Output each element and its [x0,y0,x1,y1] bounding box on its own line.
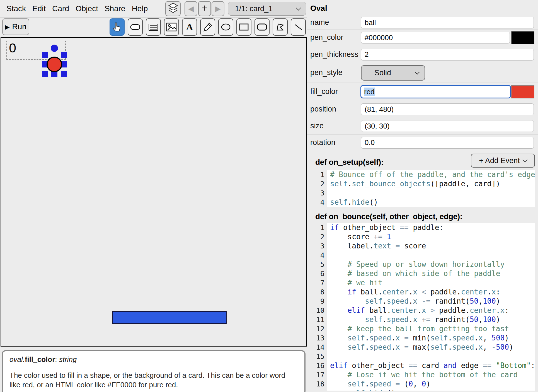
line-icon [294,23,303,31]
property-input-pen_color[interactable]: #000000 [361,32,510,43]
card-canvas[interactable] [1,37,307,347]
property-input-fill_color[interactable]: red [360,85,511,98]
tool-line-button[interactable] [291,18,306,36]
cardstock-designer-window: StackEditCardObjectShareHelp ◀ + ▶ 1/1: … [0,0,538,392]
menubar-divider [0,17,307,18]
property-select-pen_style[interactable]: Solid [361,65,425,81]
tool-image-button[interactable] [164,18,179,36]
tool-field-button[interactable] [146,18,161,36]
code-line: 4 [314,251,535,260]
menu-item-card[interactable]: Card [52,4,69,13]
code-line: 8 if ball.center.x < paddle.center.x: [314,287,535,297]
property-input-size[interactable]: (30, 30) [361,120,534,132]
color-swatch-fill_color[interactable] [511,85,534,98]
menu-item-stack[interactable]: Stack [6,4,26,13]
tool-roundrect-button[interactable] [255,18,270,36]
inspector-object-type: Oval [310,4,327,13]
line-text: self.speed.x += randint(50,100) [327,315,535,324]
code-line: 3 [314,188,535,198]
code-line: 11 self.speed.x += randint(50,100) [314,315,535,324]
row-separator [307,29,538,30]
help-property-name: fill_color [25,355,55,364]
menu-item-object[interactable]: Object [76,4,98,13]
button-icon [130,23,140,31]
row-separator [307,83,538,83]
rotation-handle[interactable] [51,45,58,52]
line-number: 12 [314,325,327,333]
ball-oval[interactable] [47,57,62,72]
tool-rect-button[interactable] [236,18,251,36]
chevron-down-icon [296,5,301,10]
property-input-position[interactable]: (81, 480) [361,103,534,115]
add-event-button[interactable]: + Add Event [471,154,535,168]
tool-hand-button[interactable] [110,18,125,36]
resize-handle[interactable] [42,52,48,58]
add-card-button[interactable]: + [198,1,211,16]
menu-item-edit[interactable]: Edit [32,4,46,13]
property-signature: oval.fill_color: string [9,355,298,364]
card-selector-dropdown[interactable]: 1/1: card_1 [228,2,306,16]
line-text: self.speed.x = max(self.speed.x, -500) [327,343,535,352]
color-swatch-pen_color[interactable] [511,31,534,44]
code-line: 12 # keep the ball from getting too fast [314,324,535,333]
help-separator: : [55,355,59,364]
score-label: 0 [9,40,16,55]
row-separator [307,118,538,118]
event-header: def on_bounce(self, other_object, edge): [315,212,462,221]
code-line: 15 [314,352,535,361]
line-number: 2 [314,180,327,188]
help-object-prefix: oval. [9,355,25,364]
line-text: elif other_object == card and edge == "B… [327,361,535,370]
tool-button-button[interactable] [128,18,143,36]
select-value: Solid [374,69,415,77]
run-button[interactable]: ▶ Run [2,18,29,35]
line-number: 11 [314,316,327,324]
line-number: 8 [314,288,327,296]
tool-polygon-button[interactable] [273,18,288,36]
line-text: label.text = score [327,241,535,251]
code-editor[interactable]: 1if other_object == paddle:2 score += 13… [314,223,535,391]
resize-handle[interactable] [42,71,48,77]
line-text: self.speed.x -= randint(50,100) [327,297,535,306]
code-line: 7 # we hit [314,278,535,287]
property-input-rotation[interactable]: 0.0 [361,137,534,149]
menu-item-help[interactable]: Help [132,4,148,13]
prev-card-button[interactable]: ◀ [185,1,197,16]
next-card-button[interactable]: ▶ [212,1,224,16]
tool-pencil-button[interactable] [200,18,215,36]
row-separator [307,16,538,16]
line-number: 17 [314,371,327,379]
paddle-rect[interactable] [112,311,227,324]
line-text [327,251,535,260]
line-number: 1 [314,224,327,232]
left-arrow-icon: ◀ [188,5,194,12]
add-event-label: + Add Event [479,156,520,165]
code-editor[interactable]: 1# Bounce off of the paddle, and the car… [314,170,535,209]
row-separator [307,63,538,63]
rect-icon [239,23,249,31]
row-separator [307,46,538,46]
pencil-icon [203,22,212,32]
property-label-rotation: rotation [310,138,335,147]
line-number: 19 [314,389,327,391]
line-text: self.hide() [327,389,535,391]
resize-handle[interactable] [61,52,67,58]
property-input-pen_thickness[interactable]: 2 [361,49,534,61]
line-text: self.speed.x = min(self.speed.x, 500) [327,333,535,343]
code-line: 16elif other_object == card and edge == … [314,361,535,370]
help-type: string [59,355,77,364]
line-number: 16 [314,362,327,370]
property-label-pen_style: pen_style [310,68,343,77]
menu-item-share[interactable]: Share [105,4,125,13]
code-line: 9 self.speed.x -= randint(50,100) [314,297,535,306]
row-separator [307,101,538,101]
line-text: # we hit [327,278,535,287]
property-input-name[interactable]: ball [361,17,534,28]
line-text: self.set_bounce_objects([paddle, card]) [327,179,535,188]
tool-oval-button[interactable] [218,18,233,36]
layers-button[interactable] [165,1,181,16]
resize-handle[interactable] [61,71,67,77]
field-icon [149,24,158,31]
line-number: 2 [314,233,327,241]
tool-label-button[interactable]: A [182,18,197,36]
